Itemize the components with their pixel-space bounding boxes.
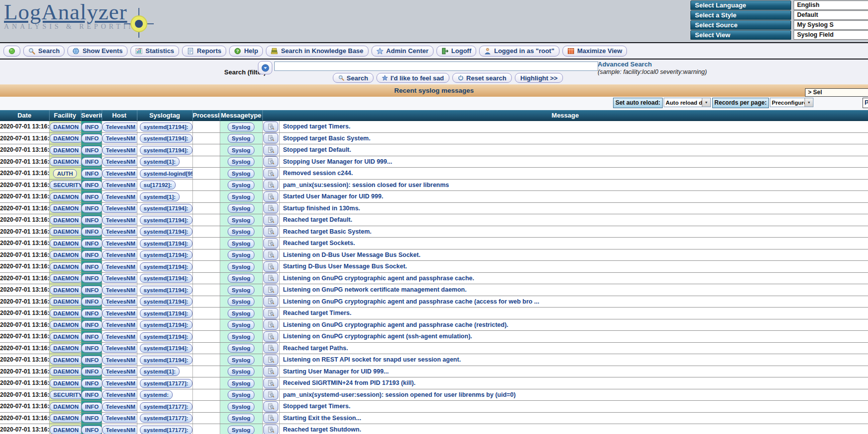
- messagetype-badge[interactable]: Syslog: [228, 356, 254, 365]
- severity-badge[interactable]: INFO: [81, 356, 102, 365]
- messagetype-badge[interactable]: Syslog: [228, 157, 254, 166]
- column-header-processid[interactable]: ProcessID: [192, 110, 220, 121]
- messagetype-badge[interactable]: Syslog: [228, 192, 254, 201]
- severity-badge[interactable]: INFO: [81, 320, 102, 329]
- filter-expand-button[interactable]: [258, 61, 272, 74]
- host-badge[interactable]: TelevesNM: [102, 426, 137, 434]
- messagetype-badge[interactable]: Syslog: [228, 239, 254, 248]
- messagetype-badge[interactable]: Syslog: [228, 426, 254, 434]
- syslogtag-badge[interactable]: systemd[17194]:: [140, 262, 192, 271]
- syslogtag-badge[interactable]: systemd[1]:: [140, 367, 180, 376]
- host-badge[interactable]: TelevesNM: [102, 344, 137, 353]
- host-badge[interactable]: TelevesNM: [102, 123, 137, 131]
- severity-badge[interactable]: INFO: [81, 390, 102, 399]
- message-detail-button[interactable]: [263, 378, 278, 388]
- facility-badge[interactable]: DAEMON: [50, 123, 81, 131]
- facility-badge[interactable]: DAEMON: [50, 250, 81, 259]
- messagetype-badge[interactable]: Syslog: [228, 250, 254, 259]
- facility-badge[interactable]: DAEMON: [50, 297, 81, 306]
- severity-badge[interactable]: INFO: [81, 181, 102, 189]
- host-badge[interactable]: TelevesNM: [102, 216, 137, 225]
- severity-badge[interactable]: INFO: [81, 250, 102, 259]
- syslogtag-badge[interactable]: systemd[17194]:: [140, 134, 192, 143]
- syslogtag-badge[interactable]: systemd[17194]:: [140, 332, 192, 341]
- severity-badge[interactable]: INFO: [81, 192, 102, 201]
- severity-badge[interactable]: INFO: [81, 204, 102, 213]
- column-header-severity[interactable]: Severity: [81, 110, 102, 121]
- message-detail-button[interactable]: [263, 215, 278, 225]
- messagetype-badge[interactable]: Syslog: [228, 134, 254, 143]
- host-badge[interactable]: TelevesNM: [102, 227, 137, 236]
- message-detail-button[interactable]: [263, 226, 278, 237]
- syslogtag-badge[interactable]: systemd[17194]:: [140, 204, 192, 213]
- severity-badge[interactable]: INFO: [81, 134, 102, 143]
- message-detail-button[interactable]: [263, 296, 278, 307]
- message-detail-button[interactable]: [263, 366, 278, 376]
- facility-badge[interactable]: DAEMON: [50, 320, 81, 329]
- auto-reload-select[interactable]: Auto reload dis ▼: [664, 98, 711, 107]
- severity-badge[interactable]: INFO: [81, 262, 102, 271]
- syslogtag-badge[interactable]: systemd[17194]:: [140, 320, 192, 329]
- host-badge[interactable]: TelevesNM: [102, 309, 137, 318]
- host-badge[interactable]: TelevesNM: [102, 367, 137, 376]
- syslogtag-badge[interactable]: systemd[17194]:: [140, 274, 192, 283]
- facility-badge[interactable]: SECURITY: [50, 390, 81, 399]
- severity-badge[interactable]: INFO: [81, 402, 102, 411]
- facility-badge[interactable]: DAEMON: [50, 192, 81, 201]
- syslogtag-badge[interactable]: systemd[17194]:: [140, 250, 192, 259]
- toolbar-button-search[interactable]: Search: [23, 46, 64, 57]
- severity-badge[interactable]: INFO: [81, 123, 102, 131]
- message-detail-button[interactable]: [263, 133, 278, 143]
- host-badge[interactable]: TelevesNM: [102, 356, 137, 365]
- syslogtag-badge[interactable]: systemd[17194]:: [140, 146, 192, 155]
- toolbar-button-reports[interactable]: Reports: [182, 46, 226, 57]
- severity-badge[interactable]: INFO: [81, 227, 102, 236]
- filter-button-i-d-like-to-feel-sad[interactable]: I'd like to feel sad: [376, 73, 449, 83]
- filter-button-reset-search[interactable]: Reset search: [452, 73, 512, 83]
- syslogtag-badge[interactable]: systemd[17194]:: [140, 297, 192, 306]
- message-detail-button[interactable]: [263, 180, 278, 190]
- message-detail-button[interactable]: [263, 145, 278, 155]
- message-detail-button[interactable]: [263, 319, 278, 330]
- toolbar-button-status[interactable]: [3, 46, 20, 57]
- messagetype-badge[interactable]: Syslog: [228, 320, 254, 329]
- advanced-search-link[interactable]: Advanced Search: [598, 61, 652, 68]
- host-badge[interactable]: TelevesNM: [102, 414, 137, 423]
- severity-badge[interactable]: INFO: [81, 367, 102, 376]
- message-detail-button[interactable]: [263, 355, 278, 365]
- messagetype-badge[interactable]: Syslog: [228, 332, 254, 341]
- messagetype-badge[interactable]: Syslog: [228, 297, 254, 306]
- severity-badge[interactable]: INFO: [81, 414, 102, 423]
- syslogtag-badge[interactable]: systemd[17194]:: [140, 123, 192, 131]
- syslogtag-badge[interactable]: systemd[17177]:: [140, 402, 192, 411]
- host-badge[interactable]: TelevesNM: [102, 181, 137, 189]
- messagetype-badge[interactable]: Syslog: [228, 227, 254, 236]
- pager-fragment[interactable]: P: [863, 98, 868, 108]
- records-per-page-button[interactable]: Records per page:: [712, 98, 769, 108]
- severity-badge[interactable]: INFO: [81, 379, 102, 388]
- toolbar-button-statistics[interactable]: Statistics: [130, 46, 179, 57]
- style-select[interactable]: Default: [794, 10, 868, 20]
- message-detail-button[interactable]: [263, 191, 278, 202]
- toolbar-button-admin-center[interactable]: Admin Center: [372, 46, 434, 57]
- messagetype-badge[interactable]: Syslog: [228, 216, 254, 225]
- syslogtag-badge[interactable]: systemd[17194]:: [140, 344, 192, 353]
- message-detail-button[interactable]: [263, 285, 278, 295]
- syslogtag-badge[interactable]: systemd:: [140, 390, 173, 399]
- facility-badge[interactable]: SECURITY: [50, 181, 81, 189]
- facility-badge[interactable]: DAEMON: [50, 274, 81, 283]
- messagetype-badge[interactable]: Syslog: [228, 274, 254, 283]
- toolbar-button-help[interactable]: ?Help: [229, 46, 263, 57]
- severity-badge[interactable]: INFO: [81, 274, 102, 283]
- facility-badge[interactable]: DAEMON: [50, 379, 81, 388]
- severity-badge[interactable]: INFO: [81, 286, 102, 295]
- message-detail-button[interactable]: [263, 425, 278, 434]
- host-badge[interactable]: TelevesNM: [102, 379, 137, 388]
- host-badge[interactable]: TelevesNM: [102, 134, 137, 143]
- column-header-facility[interactable]: Facility: [49, 110, 81, 121]
- message-detail-button[interactable]: [263, 331, 278, 342]
- toolbar-button-logged-in-as-root[interactable]: Logged in as "root": [479, 46, 559, 57]
- facility-badge[interactable]: DAEMON: [50, 414, 81, 423]
- syslogtag-badge[interactable]: systemd[1]:: [140, 192, 180, 201]
- facility-badge[interactable]: DAEMON: [50, 239, 81, 248]
